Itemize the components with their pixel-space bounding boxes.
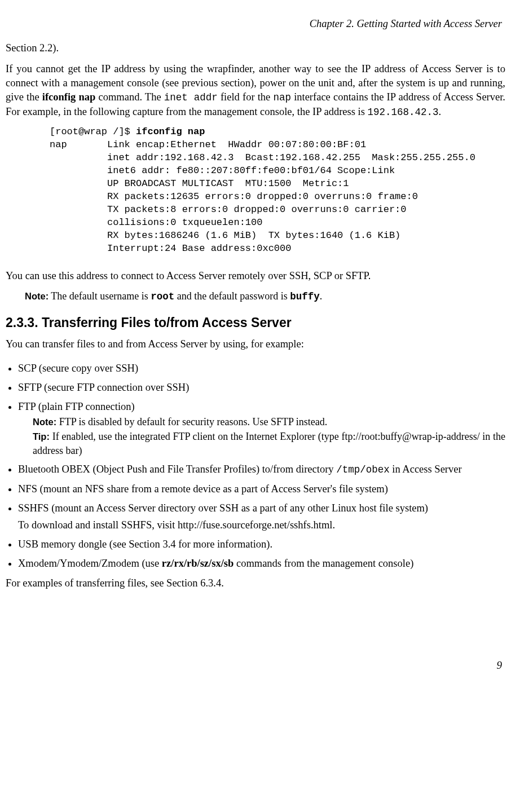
list-item: Xmodem/Ymodem/Zmodem (use rz/rx/rb/sz/sx… (18, 557, 505, 571)
text: FTP (plain FTP connection) (18, 401, 135, 412)
paragraph-examples-ref: For examples of transferring files, see … (6, 576, 505, 590)
page-header: Chapter 2. Getting Started with Access S… (6, 17, 505, 31)
paragraph-ipaddress: If you cannot get the IP address by usin… (6, 62, 505, 119)
inline-code-bold: buffy (290, 291, 320, 302)
subtip: Tip: If enabled, use the integrated FTP … (33, 430, 505, 457)
text: The default username is (49, 290, 151, 302)
text: Bluetooth OBEX (Object Push and File Tra… (18, 464, 336, 475)
inline-code: 192.168.42.3 (368, 107, 439, 118)
list-item: FTP (plain FTP connection) Note: FTP is … (18, 400, 505, 457)
text: . (320, 290, 323, 302)
text: command. The (95, 91, 164, 103)
paragraph-connect: You can use this address to connect to A… (6, 269, 505, 283)
note-label: Note: (25, 291, 49, 301)
command-bold: ifconfig nap (42, 91, 96, 103)
section-heading: 2.3.3. Transferring Files to/from Access… (6, 314, 505, 332)
paragraph-transfer-intro: You can transfer files to and from Acces… (6, 337, 505, 351)
inline-code-bold: root (151, 291, 174, 302)
list-item: NFS (mount an NFS share from a remote de… (18, 482, 505, 496)
note-credentials: Note: The default username is root and t… (25, 289, 505, 304)
text: FTP is disabled by default for security … (56, 416, 327, 427)
page-number: 9 (6, 658, 505, 673)
text: and the default password is (174, 290, 290, 302)
list-item: Bluetooth OBEX (Object Push and File Tra… (18, 462, 505, 477)
subnote: Note: FTP is disabled by default for sec… (33, 415, 505, 429)
list-item: USB memory dongle (see Section 3.4 for m… (18, 537, 505, 551)
text: Xmodem/Ymodem/Zmodem (use (18, 558, 162, 569)
text: in Access Server (390, 464, 462, 475)
paragraph-continuation: Section 2.2). (6, 41, 505, 55)
list-item: SCP (secure copy over SSH) (18, 361, 505, 376)
text: commands from the management console) (234, 558, 413, 569)
inline-code: inet addr (164, 92, 218, 103)
inline-code: /tmp/obex (336, 464, 390, 475)
text: . (439, 106, 442, 117)
text: field for the (218, 91, 274, 103)
inline-code: nap (273, 92, 291, 103)
text: SSHFS (mount an Access Server directory … (18, 502, 428, 514)
command-bold: rz/rx/rb/sz/sx/sb (162, 558, 234, 569)
sshfs-download: To download and install SSHFS, visit htt… (18, 518, 505, 532)
list-item: SSHFS (mount an Access Server directory … (18, 501, 505, 533)
terminal-output: [root@wrap /]$ ifconfig nap nap Link enc… (50, 126, 505, 255)
note-label: Note: (33, 417, 56, 427)
output-body: nap Link encap:Ethernet HWaddr 00:07:80:… (50, 139, 475, 254)
text: If enabled, use the integrated FTP clien… (33, 431, 505, 456)
tip-label: Tip: (33, 431, 50, 442)
command: ifconfig nap (136, 126, 205, 137)
list-item: SFTP (secure FTP connection over SSH) (18, 381, 505, 395)
prompt: [root@wrap /]$ (50, 126, 136, 137)
transfer-methods-list: SCP (secure copy over SSH) SFTP (secure … (6, 361, 505, 571)
